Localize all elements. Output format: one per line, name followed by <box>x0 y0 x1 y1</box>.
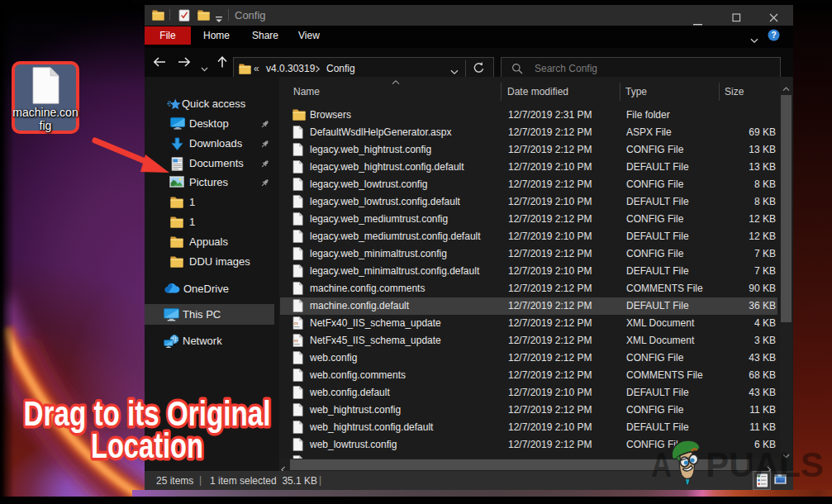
svg-text:‹›: ‹› <box>294 320 298 327</box>
svg-text:‹›: ‹› <box>294 337 298 345</box>
svg-text:?: ? <box>771 31 776 40</box>
svg-text:Location: Location <box>91 426 203 465</box>
svg-text:PUALS: PUALS <box>706 445 824 484</box>
svg-text:A: A <box>651 445 672 484</box>
